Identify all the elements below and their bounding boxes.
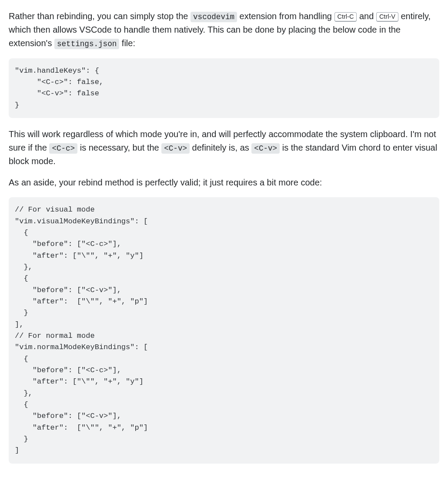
inline-code-vscodevim: vscodevim — [191, 12, 237, 22]
text: definitely is, as — [190, 143, 251, 152]
answer-container: Rather than rebinding, you can simply st… — [0, 0, 448, 483]
inline-code-c-v: <C-v> — [161, 143, 190, 154]
inline-code-c-v-2: <C-v> — [251, 143, 280, 154]
text: Rather than rebinding, you can simply st… — [9, 11, 191, 21]
text: file: — [119, 38, 135, 48]
code-block-keybindings[interactable]: // For visual mode "vim.visualModeKeyBin… — [9, 197, 439, 464]
inline-code-c-c: <C-c> — [49, 143, 77, 154]
code-block-handlekeys[interactable]: "vim.handleKeys": { "<C-c>": false, "<C-… — [9, 58, 439, 118]
text: and — [357, 11, 376, 21]
kbd-ctrl-c: Ctrl-C — [334, 12, 357, 22]
paragraph-1: Rather than rebinding, you can simply st… — [9, 10, 439, 50]
paragraph-2: This will work regardless of which mode … — [9, 128, 439, 168]
inline-code-settings-json: settings.json — [54, 39, 119, 49]
text: As an aside, your rebind method is perfe… — [9, 178, 322, 187]
paragraph-3: As an aside, your rebind method is perfe… — [9, 176, 439, 189]
kbd-ctrl-v: Ctrl-V — [376, 12, 398, 22]
text: is necessary, but the — [77, 143, 161, 152]
text: extension from handling — [237, 11, 334, 21]
